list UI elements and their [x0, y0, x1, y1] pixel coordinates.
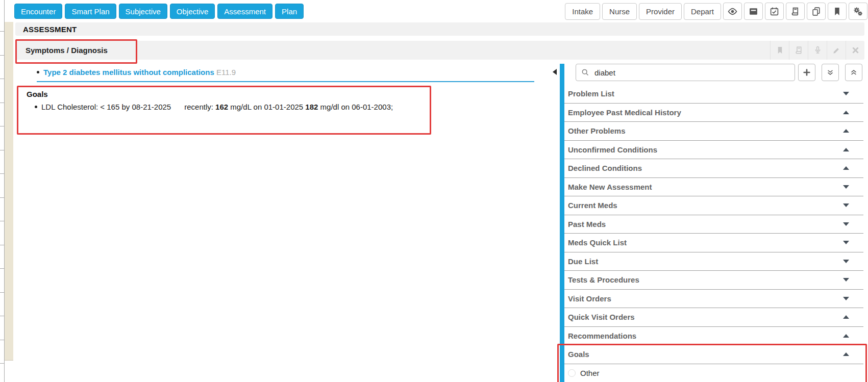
chevron-up-icon — [843, 148, 849, 151]
stage-button-provider[interactable]: Provider — [639, 3, 682, 20]
radio-icon[interactable] — [568, 369, 576, 377]
goal-target-text: LDL Cholesterol: < 165 by 08-21-2025 — [41, 103, 171, 111]
calendar-check-icon — [770, 7, 779, 16]
sidebar-item-label: Other Problems — [568, 126, 626, 135]
goal-list-item: LDL Cholesterol: < 165 by 08-21-2025rece… — [35, 103, 393, 111]
top-toolbar: EncounterSmart PlanSubjectiveObjectiveAs… — [0, 0, 868, 22]
sidebar-item-visit-orders[interactable]: Visit Orders — [564, 290, 863, 309]
sidebar-item-label: Other — [580, 369, 600, 377]
bookmark-icon — [776, 46, 784, 55]
sidebar-item-label: Quick Visit Orders — [568, 313, 635, 321]
goal-detail-2: mg/dl on 06-01-2003; — [320, 103, 393, 111]
sidebar-item-meds-quick-list[interactable]: Meds Quick List — [564, 234, 863, 252]
chevron-up-icon — [843, 129, 849, 133]
diagnosis-link[interactable]: Type 2 diabetes mellitus without complic… — [43, 68, 214, 77]
sidebar-item-label: Goals — [568, 350, 589, 359]
copy-pages-button[interactable] — [807, 3, 826, 20]
pencil-action[interactable] — [827, 41, 846, 60]
nav-button-encounter[interactable]: Encounter — [14, 4, 62, 19]
chevron-down-icon — [843, 203, 849, 207]
sidebar-item-recommendations[interactable]: Recommendations — [564, 327, 863, 346]
sidebar-accent-bar — [560, 64, 564, 382]
eye-button[interactable] — [723, 3, 742, 20]
sidebar-item-other[interactable]: Other — [564, 364, 863, 382]
chart-nav-buttons: EncounterSmart PlanSubjectiveObjectiveAs… — [14, 4, 304, 19]
sidebar-item-label: Declined Conditions — [568, 164, 642, 172]
sidebar-item-label: Due List — [568, 257, 598, 266]
nav-button-subjective[interactable]: Subjective — [119, 4, 167, 19]
chevron-down-icon — [843, 241, 849, 244]
assessment-section-header: ASSESSMENT — [15, 22, 864, 36]
symptoms-diagnosis-header: Symptoms / Diagnosis — [15, 41, 864, 60]
expand-all-button[interactable] — [822, 64, 839, 81]
goal-value-2: 182 — [305, 103, 318, 111]
diagnosis-icd-code: E11.9 — [216, 68, 236, 77]
bookmark-icon — [832, 7, 842, 16]
sidebar-item-unconfirmed-conditions[interactable]: Unconfirmed Conditions — [564, 141, 863, 160]
sidebar-item-label: Employee Past Medical History — [568, 108, 681, 117]
goals-heading: Goals — [27, 90, 48, 98]
sidebar-item-past-meds[interactable]: Past Meds — [564, 215, 863, 234]
sidebar-item-due-list[interactable]: Due List — [564, 252, 863, 271]
sidebar-item-make-new-assessment[interactable]: Make New Assessment — [564, 178, 863, 197]
nav-button-objective[interactable]: Objective — [170, 4, 215, 19]
nav-button-plan[interactable]: Plan — [275, 4, 304, 19]
sidebar-item-label: Visit Orders — [568, 294, 611, 303]
toolbar-icon-buttons — [723, 3, 867, 20]
nav-button-smart-plan[interactable]: Smart Plan — [65, 4, 116, 19]
book-button[interactable] — [786, 3, 805, 20]
close-icon — [851, 46, 860, 55]
diagnosis-divider — [37, 81, 534, 82]
toolbar-right-group: IntakeNurseProviderDepart — [565, 3, 867, 20]
sidebar-item-current-meds[interactable]: Current Meds — [564, 196, 863, 215]
pencil-icon — [832, 46, 841, 55]
sidebar-item-employee-past-medical-history[interactable]: Employee Past Medical History — [564, 104, 863, 122]
sidebar-item-declined-conditions[interactable]: Declined Conditions — [564, 159, 863, 178]
sidebar-collapse-arrow-icon[interactable] — [553, 69, 557, 75]
left-collapsed-panel[interactable] — [0, 0, 5, 382]
chevron-down-icon — [843, 92, 849, 95]
stage-button-nurse[interactable]: Nurse — [602, 3, 637, 20]
stage-button-depart[interactable]: Depart — [684, 3, 721, 20]
goal-value-1: 162 — [215, 103, 228, 111]
sidebar-item-label: Tests & Procedures — [568, 275, 639, 284]
stage-button-intake[interactable]: Intake — [565, 3, 600, 20]
sidebar-item-goals[interactable]: Goals — [564, 345, 863, 364]
add-button[interactable] — [798, 64, 815, 81]
goal-detail-1: mg/dL on 01-01-2025 — [230, 103, 303, 111]
sidebar-item-other-problems[interactable]: Other Problems — [564, 122, 863, 141]
nav-button-assessment[interactable]: Assessment — [217, 4, 272, 19]
calendar-check-button[interactable] — [765, 3, 784, 20]
chevron-down-icon — [843, 278, 849, 282]
chevron-up-icon — [843, 111, 849, 114]
collapse-all-button[interactable] — [845, 64, 862, 81]
sidebar-item-tests-procedures[interactable]: Tests & Procedures — [564, 271, 863, 290]
bookmark-action[interactable] — [770, 41, 789, 60]
copy-pages-icon — [811, 7, 821, 16]
sidebar-item-label: Unconfirmed Conditions — [568, 145, 657, 154]
book-icon — [795, 46, 803, 55]
sidebar-item-label: Past Meds — [568, 220, 606, 228]
goal-recent-label: recently: — [184, 103, 213, 111]
sidebar-item-label: Current Meds — [568, 201, 617, 210]
diagnosis-list-item: Type 2 diabetes mellitus without complic… — [37, 68, 236, 77]
book-action[interactable] — [789, 41, 808, 60]
bullet-icon — [35, 106, 37, 108]
bookmark-button[interactable] — [828, 3, 847, 20]
microphone-action[interactable] — [808, 41, 827, 60]
double-chevron-down-icon — [826, 68, 834, 77]
chevron-down-icon — [843, 260, 849, 263]
plus-icon — [803, 68, 811, 77]
sidebar-item-quick-visit-orders[interactable]: Quick Visit Orders — [564, 308, 863, 327]
archive-box-button[interactable] — [744, 3, 763, 20]
search-input[interactable] — [593, 68, 789, 78]
close-action[interactable] — [846, 41, 864, 60]
gear-settings-button[interactable] — [849, 3, 867, 20]
archive-box-icon — [749, 7, 758, 16]
sidebar-item-label: Make New Assessment — [568, 183, 652, 191]
sidebar-item-label: Meds Quick List — [568, 238, 627, 247]
page-margin-strip — [5, 20, 13, 361]
sidebar-accordion-list: Problem ListEmployee Past Medical Histor… — [564, 85, 863, 382]
ehr-screen: EncounterSmart PlanSubjectiveObjectiveAs… — [0, 0, 868, 382]
sidebar-item-problem-list[interactable]: Problem List — [564, 85, 863, 104]
